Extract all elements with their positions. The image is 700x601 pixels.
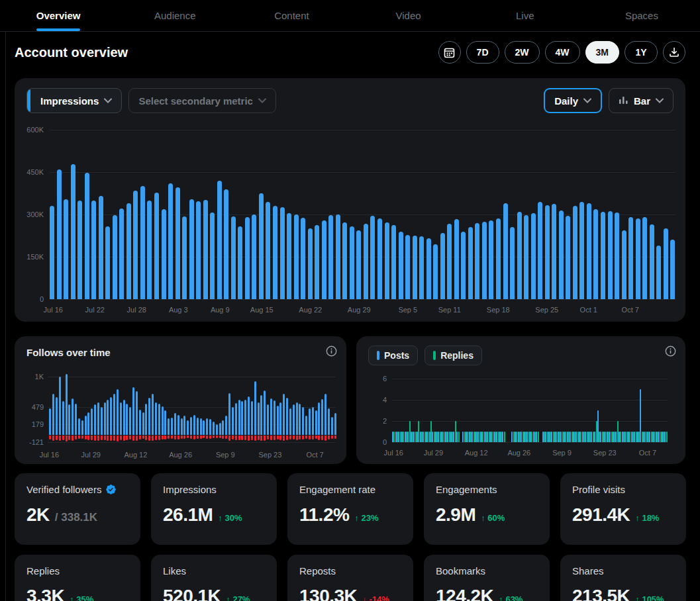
nav-tab-live[interactable]: Live: [467, 0, 583, 31]
impressions-bar[interactable]: [168, 183, 173, 299]
unfollows-bar[interactable]: [325, 436, 326, 441]
follows-bar[interactable]: [293, 404, 295, 435]
follows-bar[interactable]: [203, 420, 205, 435]
follows-bar[interactable]: [139, 410, 141, 435]
follows-bar[interactable]: [75, 404, 77, 436]
unfollows-bar[interactable]: [225, 436, 227, 439]
impressions-bar[interactable]: [113, 215, 117, 299]
follows-bar[interactable]: [177, 415, 179, 435]
unfollows-bar[interactable]: [164, 436, 166, 439]
follows-bar[interactable]: [155, 402, 157, 435]
replies-bar[interactable]: [504, 432, 505, 442]
impressions-bar[interactable]: [308, 228, 313, 299]
impressions-bar[interactable]: [203, 200, 208, 299]
impressions-bar[interactable]: [482, 222, 487, 299]
impressions-bar[interactable]: [531, 213, 536, 299]
unfollows-bar[interactable]: [203, 436, 205, 438]
follows-bar[interactable]: [68, 404, 70, 435]
unfollows-bar[interactable]: [197, 436, 199, 439]
impressions-bar[interactable]: [280, 207, 285, 299]
replies-bar[interactable]: [654, 432, 655, 442]
unfollows-bar[interactable]: [107, 436, 109, 441]
stat-card-verified-followers[interactable]: Verified followers2K/ 338.1K: [15, 473, 140, 545]
unfollows-bar[interactable]: [296, 436, 298, 440]
calendar-icon[interactable]: [438, 41, 461, 64]
impressions-bar[interactable]: [636, 218, 640, 299]
info-icon[interactable]: [326, 346, 337, 359]
unfollows-bar[interactable]: [251, 436, 253, 440]
follows-bar[interactable]: [267, 404, 269, 435]
impressions-bar[interactable]: [622, 230, 626, 300]
follows-bar[interactable]: [107, 400, 109, 435]
posts-bar[interactable]: [609, 432, 611, 442]
follows-bar[interactable]: [193, 415, 195, 435]
stat-card-shares[interactable]: Shares213.5K↑ 105%: [560, 555, 686, 601]
impressions-bar[interactable]: [650, 224, 654, 299]
unfollows-bar[interactable]: [171, 436, 173, 439]
impressions-bar[interactable]: [99, 196, 103, 299]
unfollows-bar[interactable]: [299, 436, 301, 439]
impressions-bar[interactable]: [524, 215, 528, 299]
impressions-bar[interactable]: [377, 218, 382, 299]
unfollows-bar[interactable]: [267, 436, 269, 439]
impressions-bar[interactable]: [336, 214, 340, 299]
unfollows-bar[interactable]: [78, 436, 80, 439]
impressions-bar[interactable]: [615, 212, 619, 299]
replies-bar[interactable]: [403, 432, 404, 442]
follows-bar[interactable]: [123, 400, 125, 435]
posts-bar[interactable]: [447, 432, 448, 442]
unfollows-bar[interactable]: [213, 436, 215, 438]
unfollows-bar[interactable]: [274, 436, 275, 440]
unfollows-bar[interactable]: [81, 436, 83, 439]
stat-card-likes[interactable]: Likes520.1K↑ 27%: [151, 555, 277, 601]
unfollows-bar[interactable]: [283, 436, 285, 441]
impressions-bar[interactable]: [328, 215, 333, 299]
impressions-bar[interactable]: [664, 228, 668, 299]
unfollows-bar[interactable]: [318, 436, 320, 440]
impressions-bar[interactable]: [642, 217, 647, 299]
unfollows-bar[interactable]: [104, 436, 106, 440]
follows-bar[interactable]: [56, 397, 58, 435]
unfollows-bar[interactable]: [129, 436, 131, 439]
follows-bar[interactable]: [85, 416, 87, 435]
follows-bar[interactable]: [59, 377, 61, 435]
posts-bar[interactable]: [423, 432, 424, 442]
follows-bar[interactable]: [152, 394, 154, 435]
impressions-bar[interactable]: [593, 209, 598, 300]
follows-bar[interactable]: [132, 387, 134, 435]
posts-bar[interactable]: [462, 432, 464, 442]
impressions-bar[interactable]: [126, 203, 131, 299]
nav-tab-content[interactable]: Content: [233, 0, 350, 31]
unfollows-bar[interactable]: [85, 436, 87, 439]
posts-bar[interactable]: [594, 432, 595, 442]
unfollows-bar[interactable]: [126, 436, 128, 440]
unfollows-bar[interactable]: [264, 436, 266, 441]
follows-bar[interactable]: [325, 394, 326, 435]
impressions-bar[interactable]: [119, 208, 124, 299]
impressions-bar[interactable]: [496, 218, 501, 299]
unfollows-bar[interactable]: [305, 436, 307, 439]
unfollows-bar[interactable]: [228, 436, 230, 441]
unfollows-bar[interactable]: [168, 436, 170, 439]
unfollows-bar[interactable]: [254, 436, 256, 441]
impressions-bar[interactable]: [601, 212, 605, 299]
follows-bar[interactable]: [222, 420, 224, 435]
impressions-bar[interactable]: [608, 211, 613, 299]
legend-chip-replies[interactable]: Replies: [425, 346, 482, 365]
unfollows-bar[interactable]: [334, 436, 336, 439]
impressions-bar[interactable]: [57, 169, 62, 299]
impressions-bar[interactable]: [105, 226, 110, 299]
unfollows-bar[interactable]: [113, 436, 115, 441]
unfollows-bar[interactable]: [110, 436, 112, 441]
follows-bar[interactable]: [81, 420, 83, 435]
follows-bar[interactable]: [296, 402, 298, 435]
impressions-bar[interactable]: [231, 216, 236, 299]
follows-bar[interactable]: [126, 404, 128, 435]
impressions-bar[interactable]: [385, 222, 389, 299]
follows-bar[interactable]: [49, 408, 51, 435]
impressions-bar[interactable]: [287, 213, 291, 299]
info-icon[interactable]: [665, 346, 676, 359]
impressions-bar[interactable]: [322, 220, 326, 300]
replies-bar[interactable]: [491, 432, 493, 442]
impressions-bar[interactable]: [294, 214, 299, 299]
